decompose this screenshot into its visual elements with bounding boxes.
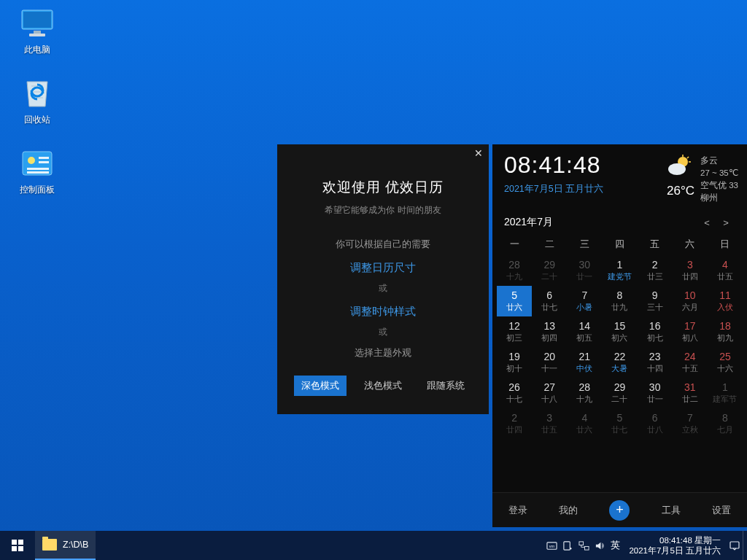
calendar-day[interactable]: 5廿六 [497,286,532,316]
login-button[interactable]: 登录 [508,504,527,517]
tray-clock[interactable]: 08:41:48 星期一 2021年7月5日 五月廿六 [623,535,727,556]
calendar-day[interactable]: 25十六 [708,347,743,378]
calendar-day-sub: 十五 [673,363,708,373]
calendar-day-number: 29 [602,381,637,394]
calendar-day[interactable]: 14初五 [567,316,602,347]
calendar-day[interactable]: 6廿七 [532,286,567,316]
calendar-day[interactable]: 29二十 [532,255,567,286]
calendar-day[interactable]: 15初六 [602,316,637,347]
calendar-day[interactable]: 19初十 [497,347,532,378]
close-icon[interactable]: ✕ [473,147,484,159]
calendar-day-number: 31 [673,381,708,394]
tools-button[interactable]: 工具 [662,504,681,517]
theme-light-button[interactable]: 浅色模式 [357,376,409,396]
calendar-day[interactable]: 2廿三 [638,255,673,286]
adjust-clock-link[interactable]: 调整时钟样式 [277,305,489,319]
mine-button[interactable]: 我的 [559,504,578,517]
calendar-day[interactable]: 21中伏 [567,347,602,378]
calendar-day-sub: 初五 [567,332,602,343]
calendar-day[interactable]: 9三十 [638,286,673,316]
calendar-header: 08:41:48 2021年7月5日 五月廿六 26°C 多云 27 ~ 35℃… [492,144,747,209]
calendar-day-number: 24 [673,350,708,363]
calendar-day[interactable]: 4廿六 [567,408,602,439]
calendar-day-sub: 建军节 [708,394,743,404]
tray-notifications-icon[interactable] [727,540,743,551]
calendar-day[interactable]: 20十一 [532,347,567,378]
calendar-day[interactable]: 5廿七 [602,408,637,439]
calendar-day[interactable]: 28十九 [567,378,602,408]
start-button[interactable] [0,531,35,560]
calendar-day[interactable]: 11入伏 [708,286,743,316]
tray-volume-icon[interactable] [592,531,608,560]
calendar-day[interactable]: 1建党节 [602,255,637,286]
calendar-day-number: 7 [673,411,708,424]
desktop-icon-recycle-bin[interactable]: 回收站 [10,76,64,126]
calendar-day[interactable]: 29二十 [602,378,637,408]
weather-block[interactable]: 26°C 多云 27 ~ 35℃ 空气优 33 柳州 [667,155,738,204]
calendar-day-number: 14 [567,319,602,332]
calendar-day[interactable]: 23十四 [638,347,673,378]
calendar-month-label[interactable]: 2021年7月 [504,216,697,229]
calendar-day-number: 3 [532,411,567,424]
calendar-day-sub: 七月 [708,424,743,435]
calendar-grid: 一二三四五六日28十九29二十30廿一1建党节2廿三3廿四4廿五5廿六6廿七7小… [492,233,747,439]
calendar-day[interactable]: 16初七 [638,316,673,347]
show-desktop-button[interactable] [743,531,747,560]
calendar-day[interactable]: 18初九 [708,316,743,347]
calendar-day[interactable]: 17初八 [673,316,708,347]
calendar-day[interactable]: 8七月 [708,408,743,439]
calendar-day[interactable]: 3廿四 [673,255,708,286]
tray-drive-icon[interactable] [560,531,576,560]
calendar-day-sub: 廿一 [638,394,673,404]
calendar-day[interactable]: 12初三 [497,316,532,347]
add-button[interactable]: + [609,500,630,521]
calendar-day[interactable]: 3廿五 [532,408,567,439]
calendar-day[interactable]: 27十八 [532,378,567,408]
calendar-day[interactable]: 24十五 [673,347,708,378]
svg-rect-23 [579,541,584,545]
calendar-day[interactable]: 30廿一 [638,378,673,408]
desktop-icon-control-panel[interactable]: 控制面板 [10,146,64,196]
calendar-prev-button[interactable]: < [697,217,716,228]
calendar-day[interactable]: 26十七 [497,378,532,408]
calendar-day-number: 13 [532,319,567,332]
tray-vm-icon[interactable]: vm [543,531,560,560]
calendar-day[interactable]: 30廿一 [567,255,602,286]
calendar-day[interactable]: 1建军节 [708,378,743,408]
pc-icon [20,6,55,41]
calendar-day[interactable]: 7小暑 [567,286,602,316]
calendar-day[interactable]: 22大暑 [602,347,637,378]
calendar-day[interactable]: 10六月 [673,286,708,316]
tray-network-icon[interactable] [576,531,592,560]
calendar-dow: 六 [673,233,708,255]
calendar-day[interactable]: 31廿二 [673,378,708,408]
weather-condition: 多云 [700,155,738,167]
tray-ime[interactable]: 英 [608,540,623,552]
calendar-day-number: 28 [497,258,532,271]
svg-rect-6 [39,157,49,159]
calendar-day[interactable]: 7立秋 [673,408,708,439]
calendar-day-sub: 初七 [638,332,673,343]
calendar-day[interactable]: 28十九 [497,255,532,286]
calendar-dow: 三 [567,233,602,255]
settings-button[interactable]: 设置 [712,504,731,517]
svg-rect-8 [27,168,49,170]
control-panel-icon [20,146,55,181]
taskbar-item-explorer[interactable]: Z:\D\B [35,531,96,560]
svg-point-5 [28,157,35,164]
theme-dark-button[interactable]: 深色模式 [294,376,347,396]
theme-system-button[interactable]: 跟随系统 [419,376,472,396]
calendar-day-number: 4 [708,258,743,271]
calendar-day-sub: 廿六 [497,302,532,312]
calendar-day[interactable]: 8廿九 [602,286,637,316]
calendar-day[interactable]: 13初四 [532,316,567,347]
calendar-day[interactable]: 2廿四 [497,408,532,439]
calendar-day-sub: 廿七 [532,302,567,312]
calendar-day[interactable]: 6廿八 [638,408,673,439]
calendar-next-button[interactable]: > [716,217,735,228]
clock-date[interactable]: 2021年7月5日 五月廿六 [504,183,667,195]
desktop-icon-this-pc[interactable]: 此电脑 [10,6,64,56]
svg-rect-17 [12,546,17,551]
calendar-day[interactable]: 4廿五 [708,255,743,286]
adjust-size-link[interactable]: 调整日历尺寸 [277,261,489,275]
